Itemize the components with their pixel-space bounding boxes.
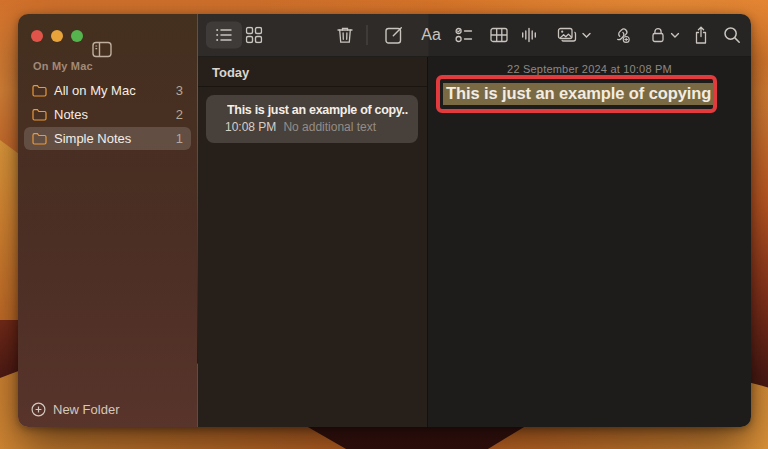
folder-icon bbox=[32, 108, 47, 121]
chevron-down-icon bbox=[582, 32, 591, 38]
toolbar-divider bbox=[367, 25, 368, 45]
add-link-icon[interactable] bbox=[613, 26, 632, 44]
note-list-column: Today This is just an example of copy...… bbox=[198, 57, 428, 427]
audio-recording-icon[interactable] bbox=[521, 26, 538, 44]
note-editor[interactable]: 22 September 2024 at 10:08 PM This is ju… bbox=[428, 57, 751, 427]
list-view-icon[interactable] bbox=[215, 27, 233, 43]
close-button[interactable] bbox=[31, 30, 43, 42]
section-label: On My Mac bbox=[33, 60, 197, 72]
sidebar-item-all-on-my-mac[interactable]: All on My Mac 3 bbox=[24, 79, 191, 102]
folder-name: Notes bbox=[54, 107, 88, 122]
trash-icon[interactable] bbox=[337, 26, 354, 44]
note-item-time: 10:08 PM bbox=[225, 120, 276, 134]
red-annotation-box: This is just an example of copying bbox=[436, 75, 717, 113]
format-label: Aa bbox=[421, 26, 441, 44]
note-item-meta: 10:08 PM No additional text bbox=[225, 120, 408, 134]
sidebar-item-simple-notes[interactable]: Simple Notes 1 bbox=[24, 127, 191, 150]
folder-icon bbox=[32, 84, 47, 97]
folder-name: Simple Notes bbox=[54, 131, 131, 146]
toolbar: Aa bbox=[198, 14, 751, 57]
share-icon[interactable] bbox=[694, 26, 709, 45]
folder-count: 2 bbox=[176, 107, 183, 122]
checklist-icon[interactable] bbox=[455, 27, 473, 43]
plus-circle-icon bbox=[31, 402, 46, 417]
new-folder-button[interactable]: New Folder bbox=[31, 402, 119, 417]
sidebar: On My Mac All on My Mac 3 Notes 2 bbox=[18, 14, 197, 427]
notes-window: On My Mac All on My Mac 3 Notes 2 bbox=[18, 14, 751, 427]
note-list-item[interactable]: This is just an example of copy... 10:08… bbox=[206, 95, 418, 143]
lock-button[interactable] bbox=[651, 27, 680, 44]
toggle-sidebar-icon[interactable] bbox=[92, 41, 112, 58]
folder-icon bbox=[32, 132, 47, 145]
note-title-selected-text[interactable]: This is just an example of copying bbox=[443, 83, 714, 105]
table-icon[interactable] bbox=[490, 27, 508, 43]
format-text-icon[interactable]: Aa bbox=[421, 26, 441, 44]
gallery-view-icon[interactable] bbox=[246, 27, 263, 44]
folder-count: 3 bbox=[176, 83, 183, 98]
note-item-snippet: No additional text bbox=[283, 120, 376, 134]
note-date: 22 September 2024 at 10:08 PM bbox=[428, 63, 751, 75]
new-folder-label: New Folder bbox=[53, 402, 119, 417]
insert-media-button[interactable] bbox=[557, 27, 591, 44]
content-area: Aa bbox=[197, 14, 751, 427]
search-icon[interactable] bbox=[723, 26, 741, 44]
folder-count: 1 bbox=[176, 131, 183, 146]
chevron-down-icon bbox=[671, 32, 680, 38]
compose-icon[interactable] bbox=[385, 26, 404, 45]
note-item-title: This is just an example of copy... bbox=[227, 103, 408, 117]
main-row: Today This is just an example of copy...… bbox=[198, 57, 751, 427]
photos-icon bbox=[557, 27, 577, 44]
zoom-button[interactable] bbox=[71, 30, 83, 42]
sidebar-item-notes[interactable]: Notes 2 bbox=[24, 103, 191, 126]
minimize-button[interactable] bbox=[51, 30, 63, 42]
lock-icon bbox=[651, 27, 666, 44]
window-controls bbox=[31, 30, 83, 42]
folder-name: All on My Mac bbox=[54, 83, 136, 98]
list-section-header: Today bbox=[198, 57, 427, 87]
